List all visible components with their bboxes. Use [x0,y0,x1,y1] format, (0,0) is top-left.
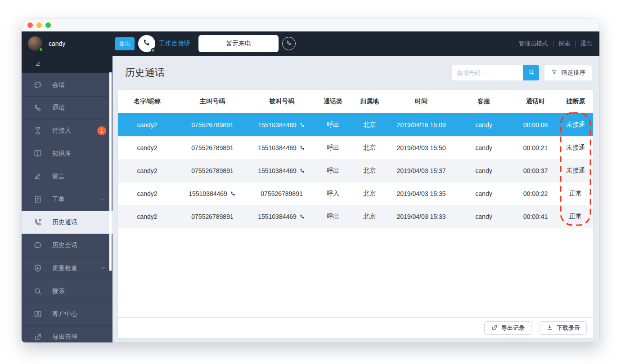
sidebar-item-label: 历史会话 [52,241,77,249]
sign-out-button[interactable]: 签出 [115,37,135,50]
chevron-down-icon [100,265,106,271]
avatar[interactable] [28,36,42,51]
sidebar-item-知识库[interactable]: 知识库 [22,142,112,165]
search-button[interactable] [523,65,539,80]
message-pen-icon [33,172,42,181]
sidebar-item-工单[interactable]: 工单 [22,188,112,211]
phone-outline-icon [286,40,292,48]
table-cell: 北京 [351,121,388,129]
table-cell: 未接通 [558,167,593,175]
table-cell: 075526789891 [176,121,248,129]
table-cell: 呼出 [315,144,351,152]
sidebar-item-导出管理[interactable]: 导出管理 [22,325,112,342]
column-header: 时间 [388,98,454,106]
table-cell: candy2 [118,144,176,151]
sidebar-item-客户中心[interactable]: 客户中心 [22,302,112,325]
table-cell: 075526789891 [176,144,248,151]
table-cell: 北京 [351,213,388,221]
search-input[interactable] [452,65,523,80]
table-row[interactable]: candy207552678989115510384469呼出北京2019/04… [118,136,593,159]
history-call-table-card: 名字/昵称主叫号码被叫号码通话类归属地时间客服通话时挂断原 candy20755… [118,90,593,338]
app-window: candy 签出 工作台接听 暂无来电 管理员模式|探索|退出 会话通话待接入1… [22,19,599,342]
table-footer: 导出记录 下载录音 [118,317,593,338]
sidebar-item-label: 质量检查 [52,264,77,272]
export-records-button[interactable]: 导出记录 [484,321,531,335]
table-cell: 15510384469 [176,190,248,197]
table-cell: 未接通 [558,121,593,129]
sidebar-item-历史通话[interactable]: 历史通话 [22,211,112,234]
agent-phone-status[interactable] [138,35,155,52]
column-header: 客服 [454,98,513,106]
sidebar-item-待接入[interactable]: 待接入1 [22,119,112,142]
table-cell: 2019/04/03 15:35 [388,190,454,197]
sidebar-collapse-button[interactable] [22,56,112,73]
table-cell: 正常 [558,190,593,198]
workbench-answer-label: 工作台接听 [159,40,190,48]
sidebar-item-质量检查[interactable]: 质量检查 [22,257,112,280]
table-cell: candy [454,167,513,174]
traffic-light-zoom[interactable] [45,22,51,28]
column-header: 名字/昵称 [118,98,176,106]
table-cell: 00:00:21 [513,144,558,151]
header-center: 签出 工作台接听 暂无来电 [112,35,519,52]
search-icon [33,287,42,296]
sidebar-menu: 会话通话待接入1知识库留言工单历史通话历史会话质量检查搜索客户中心导出管理 [22,73,112,342]
table-cell: 未接通 [558,144,593,152]
table-cell: 075526789891 [176,167,248,174]
column-header: 被叫号码 [248,98,315,106]
online-status-dot [39,47,43,52]
sidebar-scrollbar[interactable] [109,72,112,271]
header-link[interactable]: 探索 [558,40,570,48]
app-header: candy 签出 工作台接听 暂无来电 管理员模式|探索|退出 [22,31,599,56]
collapse-arrow-icon [34,60,42,70]
column-header: 通话时 [513,98,558,106]
phone-call-icon [299,168,306,174]
table-cell: 北京 [351,190,388,198]
table-cell: 呼出 [315,121,351,129]
sidebar-item-搜索[interactable]: 搜索 [22,280,112,302]
sidebar: 会话通话待接入1知识库留言工单历史通话历史会话质量检查搜索客户中心导出管理 [22,56,112,342]
table-cell: 075526789891 [248,190,315,197]
table-cell: 呼入 [315,190,351,198]
funnel-icon [551,69,558,77]
sidebar-item-label: 待接入 [52,127,71,135]
hourglass-icon [33,126,42,135]
shield-plus-icon [33,264,42,273]
dial-phone-button[interactable] [282,37,296,50]
table-row[interactable]: candy207552678989115510384469呼出北京2019/04… [118,113,593,136]
table-row[interactable]: candy207552678989115510384469呼出北京2019/04… [118,205,593,228]
table-cell: 15510384469 [248,213,315,220]
table-cell: 呼出 [315,213,351,221]
column-header: 挂断原 [558,98,593,106]
header-link[interactable]: 退出 [580,40,592,48]
table-cell: 15510384469 [248,167,315,174]
table-cell: 北京 [351,167,388,175]
table-row[interactable]: candy207552678989115510384469呼出北京2019/04… [118,159,593,182]
phone-call-icon [230,191,236,197]
phone-call-icon [299,122,306,128]
table-cell: candy [454,121,513,129]
table-row[interactable]: candy215510384469075526789891呼入北京2019/04… [118,182,593,205]
download-recordings-button[interactable]: 下载录音 [540,321,587,335]
table-cell: candy2 [118,190,176,197]
sidebar-item-历史会话[interactable]: 历史会话 [22,234,112,257]
table-cell: candy [454,144,513,151]
sidebar-item-label: 留言 [52,173,65,181]
column-header: 通话类 [315,98,351,106]
traffic-light-close[interactable] [27,22,33,28]
download-icon [546,324,553,332]
table-cell: 正常 [558,213,593,221]
header-link[interactable]: 管理员模式 [519,40,548,48]
phone-icon [33,103,42,112]
traffic-light-minimize[interactable] [36,22,42,28]
export-records-label: 导出记录 [501,324,525,332]
pending-count-badge: 1 [97,126,106,135]
contact-card-icon [33,310,42,319]
filter-sort-button[interactable]: 筛选排序 [544,65,592,80]
sidebar-item-通话[interactable]: 通话 [22,96,112,119]
sidebar-item-留言[interactable]: 留言 [22,165,112,188]
table-cell: 075526789891 [176,213,248,220]
sidebar-item-会话[interactable]: 会话 [22,73,112,96]
sidebar-item-label: 会话 [52,81,65,89]
chevron-down-icon [100,196,106,203]
